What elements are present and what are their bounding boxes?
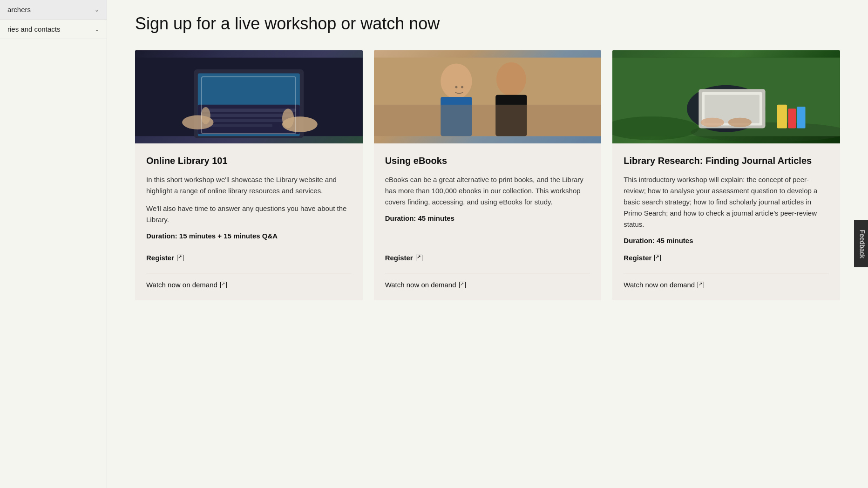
card-desc-1b: We'll also have time to answer any quest…: [146, 203, 352, 225]
register-label-1: Register: [146, 254, 174, 262]
card-image-students: [374, 50, 602, 143]
card-image-grass-laptop: [612, 50, 840, 143]
external-link-icon-2: [416, 255, 422, 261]
external-link-icon-1: [177, 255, 183, 261]
card-body-2: Using eBooks eBooks can be a great alter…: [374, 143, 602, 300]
card-body-3: Library Research: Finding Journal Articl…: [612, 143, 840, 300]
cards-grid: Online Library 101 In this short worksho…: [135, 50, 840, 300]
svg-rect-2: [198, 73, 300, 136]
register-label-2: Register: [385, 254, 413, 262]
svg-rect-4: [202, 108, 296, 112]
svg-rect-6: [202, 119, 288, 122]
register-label-3: Register: [624, 254, 651, 262]
watch-label-2: Watch now on demand: [385, 281, 456, 289]
svg-rect-5: [202, 114, 292, 117]
card-title-3: Library Research: Finding Journal Articl…: [624, 155, 829, 167]
sidebar-item-archers-label: archers: [7, 6, 31, 14]
card-register-link-3[interactable]: Register: [624, 254, 661, 262]
card-desc-2a: eBooks can be a great alternative to pri…: [385, 174, 590, 208]
external-link-icon-watch-2: [459, 282, 466, 288]
svg-rect-1: [194, 69, 304, 138]
card-register-link-2[interactable]: Register: [385, 254, 422, 262]
sidebar: archers ⌄ ries and contacts ⌄: [0, 0, 107, 488]
sidebar-item-libraries-label: ries and contacts: [7, 25, 60, 33]
page-heading: Sign up for a live workshop or watch now: [135, 14, 840, 34]
sidebar-item-archers[interactable]: archers ⌄: [0, 0, 107, 20]
card-actions-3: Register Watch now on demand: [624, 254, 829, 289]
svg-point-30: [728, 118, 752, 127]
card-image-laptop: [135, 50, 363, 143]
card-online-library-101: Online Library 101 In this short worksho…: [135, 50, 363, 300]
svg-rect-3: [198, 105, 300, 134]
external-link-icon-watch-1: [220, 282, 227, 288]
card-watch-link-3[interactable]: Watch now on demand: [624, 281, 704, 289]
svg-point-19: [461, 86, 463, 88]
svg-point-16: [496, 62, 526, 96]
card-using-ebooks: Using eBooks eBooks can be a great alter…: [374, 50, 602, 300]
svg-point-8: [282, 116, 318, 132]
card-library-research: Library Research: Finding Journal Articl…: [612, 50, 840, 300]
chevron-down-icon-2: ⌄: [95, 26, 99, 33]
svg-rect-31: [777, 105, 787, 129]
chevron-down-icon: ⌄: [95, 7, 99, 13]
card-divider-2: [385, 273, 590, 273]
card-desc-3a: This introductory workshop will explain:…: [624, 174, 829, 230]
card-desc-1a: In this short workshop we'll showcase th…: [146, 174, 352, 197]
svg-point-29: [701, 118, 725, 127]
card-divider-1: [146, 273, 352, 273]
card-title-1: Online Library 101: [146, 155, 352, 167]
svg-rect-7: [202, 124, 272, 127]
external-link-icon-3: [654, 255, 661, 261]
card-register-link-1[interactable]: Register: [146, 254, 183, 262]
feedback-button[interactable]: Feedback: [854, 220, 868, 267]
svg-point-9: [282, 108, 294, 128]
watch-label-1: Watch now on demand: [146, 281, 217, 289]
main-content: Sign up for a live workshop or watch now: [107, 0, 868, 488]
card-duration-1: Duration: 15 minutes + 15 minutes Q&A: [146, 232, 352, 240]
card-watch-link-2[interactable]: Watch now on demand: [385, 281, 466, 289]
card-watch-link-1[interactable]: Watch now on demand: [146, 281, 227, 289]
svg-rect-32: [788, 108, 796, 128]
card-divider-3: [624, 273, 829, 273]
card-duration-2: Duration: 45 minutes: [385, 214, 590, 222]
watch-label-3: Watch now on demand: [624, 281, 695, 289]
sidebar-item-libraries[interactable]: ries and contacts ⌄: [0, 20, 107, 39]
svg-point-10: [182, 115, 213, 129]
svg-rect-20: [374, 105, 602, 136]
svg-rect-33: [797, 107, 806, 128]
svg-point-11: [201, 107, 210, 124]
card-actions-2: Register Watch now on demand: [385, 254, 590, 289]
feedback-label: Feedback: [858, 230, 866, 258]
card-actions-1: Register Watch now on demand: [146, 254, 352, 289]
card-duration-3: Duration: 45 minutes: [624, 237, 829, 244]
external-link-icon-watch-3: [698, 282, 704, 288]
svg-point-18: [455, 86, 457, 88]
card-body-1: Online Library 101 In this short worksho…: [135, 143, 363, 300]
svg-point-14: [441, 63, 472, 99]
card-title-2: Using eBooks: [385, 155, 590, 167]
